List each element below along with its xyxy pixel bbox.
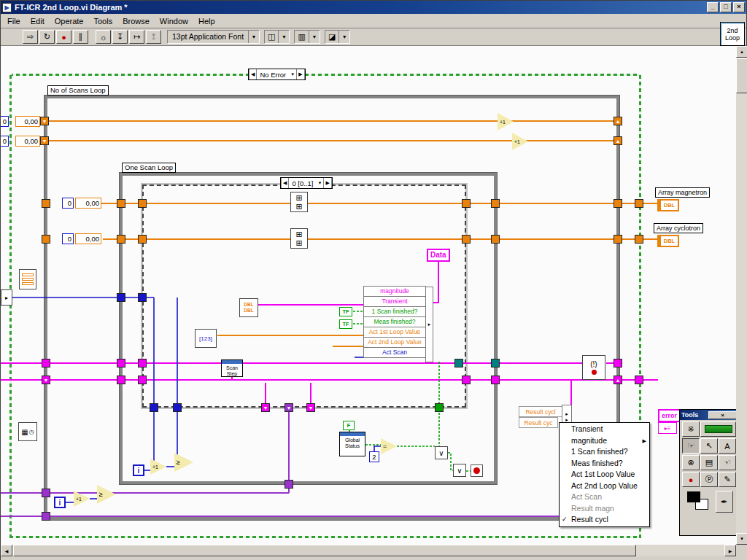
menu-operate[interactable]: Operate bbox=[50, 15, 89, 27]
outer-loop-label[interactable]: No of Scans Loop bbox=[47, 85, 109, 96]
foreground-color-swatch[interactable] bbox=[687, 491, 700, 502]
inner-loop-label[interactable]: One Scan Loop bbox=[122, 163, 176, 173]
case-dropdown-icon[interactable]: ▼ bbox=[289, 72, 296, 77]
data-label[interactable]: Data bbox=[427, 249, 450, 262]
loop-condition-terminal[interactable] bbox=[471, 464, 483, 477]
context-menu-item[interactable]: Meas finished? bbox=[560, 458, 649, 470]
error-label[interactable]: error bbox=[658, 409, 681, 422]
dbl-constant[interactable]: 0,00 bbox=[75, 198, 101, 209]
horizontal-scroll-thumb[interactable] bbox=[13, 545, 636, 556]
case-next-icon[interactable]: ▶ bbox=[296, 69, 304, 79]
context-menu-item[interactable]: 1 Scan finished? bbox=[560, 446, 649, 458]
bundle-row[interactable]: Act 2nd Loop Value bbox=[363, 337, 426, 348]
bundle-row[interactable]: Act 1st Loop Value bbox=[363, 327, 426, 338]
color-brush-tool[interactable]: ✒ bbox=[716, 491, 733, 513]
edit-text-tool[interactable]: A bbox=[719, 438, 736, 454]
sequence-selector[interactable]: ◀ 0 [0..1] ▼ ▶ bbox=[280, 177, 333, 189]
position-tool[interactable]: ↖ bbox=[700, 438, 718, 454]
boolean-constant[interactable]: TF bbox=[339, 319, 352, 329]
cluster-constant-node[interactable] bbox=[19, 269, 36, 289]
titlebar[interactable]: ▶ FT-ICR 2nd Loop.vi Diagram * _ □ × bbox=[1, 1, 746, 14]
build-array-node[interactable]: ⊞⊞ bbox=[290, 228, 308, 249]
context-menu-item[interactable]: Act 2nd Loop Value bbox=[560, 481, 649, 492]
context-menu-item[interactable]: Transient bbox=[560, 424, 649, 435]
menu-file[interactable]: File bbox=[2, 15, 26, 27]
scroll-up-icon[interactable]: ▲ bbox=[736, 46, 747, 58]
horizontal-scrollbar[interactable]: ◀ ▶ bbox=[1, 545, 736, 556]
vertical-scrollbar[interactable]: ▲ ▼ bbox=[736, 46, 747, 545]
step-out-button[interactable]: ↥ bbox=[146, 30, 161, 44]
menu-tools[interactable]: Tools bbox=[88, 15, 117, 27]
build-array-node[interactable]: ⊞⊞ bbox=[290, 192, 308, 212]
index-array-node[interactable]: [123] bbox=[195, 329, 217, 348]
seq-prev-icon[interactable]: ◀ bbox=[281, 178, 289, 188]
pause-button[interactable]: ∥ bbox=[73, 30, 88, 44]
scroll-down-icon[interactable]: ▼ bbox=[736, 533, 747, 545]
error-cluster-icon[interactable]: ▸≡ bbox=[658, 422, 677, 434]
vi-icon-2nd-loop[interactable]: 2nd Loop bbox=[720, 22, 745, 46]
scroll-tool[interactable]: ☜ bbox=[719, 455, 736, 470]
bundle-row[interactable]: magnitude bbox=[363, 286, 426, 297]
scroll-right-icon[interactable]: ▶ bbox=[724, 545, 736, 556]
bundle-node[interactable]: DBLDBL bbox=[239, 298, 258, 317]
error-handler-node[interactable]: (!) bbox=[582, 355, 605, 380]
probe-tool[interactable]: Ⓟ bbox=[700, 472, 718, 487]
run-continuous-button[interactable]: ↻ bbox=[39, 30, 55, 44]
iteration-terminal[interactable]: i bbox=[54, 497, 66, 508]
array-cyclotron-label[interactable]: Array cyclotron bbox=[654, 223, 703, 233]
global-status-node[interactable]: Global Status bbox=[339, 432, 365, 456]
step-over-button[interactable]: ↦ bbox=[129, 30, 144, 44]
bundle-row[interactable]: 1 Scan finished? bbox=[363, 306, 426, 317]
bundle-row[interactable]: Act Scan bbox=[363, 347, 426, 358]
close-icon[interactable]: × bbox=[708, 411, 736, 419]
array-cyclotron-terminal[interactable]: DBL bbox=[657, 235, 679, 247]
operate-value-tool[interactable]: ☞ bbox=[682, 438, 700, 454]
reorder-dropdown[interactable]: ◪ ▼ bbox=[325, 30, 350, 44]
or-node[interactable]: ∨ bbox=[435, 446, 448, 459]
int-constant[interactable]: 0 bbox=[62, 233, 74, 244]
menu-window[interactable]: Window bbox=[155, 15, 193, 27]
bundle-output-rail[interactable]: ▸ bbox=[425, 287, 433, 362]
color-swatches[interactable] bbox=[686, 491, 715, 514]
int-constant[interactable]: 2 bbox=[369, 451, 379, 462]
context-menu-item[interactable]: magnitude▶ bbox=[560, 435, 649, 447]
context-menu-item[interactable]: Act 1st Loop Value bbox=[560, 469, 649, 481]
context-menu-item-checked[interactable]: ✓Result cycl bbox=[560, 514, 649, 526]
boolean-global[interactable]: F bbox=[343, 421, 355, 430]
auto-tool-led-button[interactable] bbox=[700, 421, 736, 437]
abort-button[interactable]: ● bbox=[56, 30, 71, 44]
menu-help[interactable]: Help bbox=[193, 15, 220, 27]
dbl-constant[interactable]: 0,00 bbox=[15, 116, 40, 127]
arrow-node[interactable]: ▸ bbox=[1, 289, 12, 306]
case-prev-icon[interactable]: ◀ bbox=[249, 69, 257, 79]
case-selector[interactable]: ◀ No Error ▼ ▶ bbox=[248, 69, 306, 80]
datetime-node[interactable]: ▦◷ bbox=[18, 422, 37, 441]
iteration-terminal[interactable]: i bbox=[133, 464, 144, 476]
breakpoint-tool[interactable]: ● bbox=[682, 472, 700, 487]
array-magnetron-terminal[interactable]: DBL bbox=[657, 199, 679, 211]
result-cycl-label[interactable]: Result cycl bbox=[519, 406, 562, 417]
auto-tool-button[interactable]: ※ bbox=[682, 421, 700, 437]
minimize-button[interactable]: _ bbox=[707, 2, 719, 12]
scan-step-global[interactable]: Scan Step bbox=[221, 359, 243, 377]
bundle-by-name-node[interactable]: magnitude Transient 1 Scan finished? Mea… bbox=[363, 287, 426, 358]
seq-dropdown-icon[interactable]: ▼ bbox=[316, 181, 323, 185]
int-constant[interactable]: 0 bbox=[62, 198, 74, 209]
seq-next-icon[interactable]: ▶ bbox=[323, 178, 331, 188]
result-cycl-label[interactable]: Result cyc bbox=[519, 417, 558, 428]
align-objects-dropdown[interactable]: ◫ ▼ bbox=[264, 30, 290, 44]
or-node[interactable]: ∨ bbox=[453, 464, 466, 477]
tools-palette-titlebar[interactable]: Tools × bbox=[680, 410, 736, 420]
highlight-execution-button[interactable]: ☼ bbox=[96, 30, 111, 44]
bundle-row[interactable]: Meas finished? bbox=[363, 316, 426, 327]
wire-tool[interactable]: ⊗ bbox=[682, 455, 700, 470]
font-selector[interactable]: 13pt Application Font ▼ bbox=[167, 30, 260, 44]
cut-constant[interactable]: 0 bbox=[1, 116, 9, 127]
dbl-constant[interactable]: 0,00 bbox=[15, 136, 40, 147]
restore-button[interactable]: □ bbox=[720, 2, 732, 12]
boolean-constant[interactable]: TF bbox=[339, 307, 352, 316]
close-button[interactable]: × bbox=[733, 2, 745, 12]
block-diagram[interactable]: ◀ No Error ▼ ▶ No of Scans Loop One Scan… bbox=[1, 46, 736, 545]
step-into-button[interactable]: ↧ bbox=[112, 30, 128, 44]
shortcut-menu-tool[interactable]: ▤ bbox=[700, 455, 718, 470]
